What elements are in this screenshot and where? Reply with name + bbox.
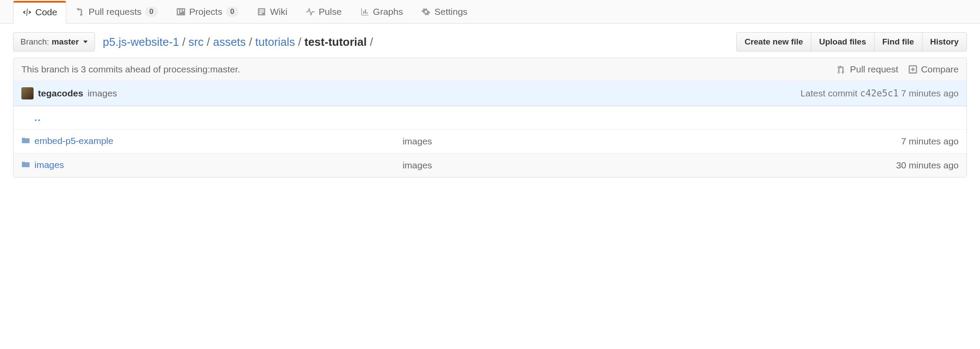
tab-counter: 0 bbox=[145, 7, 158, 17]
pull-request-link[interactable]: Pull request bbox=[837, 64, 898, 75]
file-link[interactable]: embed-p5-example bbox=[34, 136, 113, 146]
compare-link[interactable]: Compare bbox=[908, 64, 959, 75]
tab-icon bbox=[257, 7, 266, 17]
history-button[interactable]: History bbox=[922, 32, 967, 51]
file-box: This branch is 3 commits ahead of proces… bbox=[13, 58, 967, 178]
up-directory-link[interactable]: .. bbox=[34, 113, 41, 123]
table-row: imagesimages30 minutes ago bbox=[14, 153, 966, 177]
branch-name: master bbox=[51, 37, 78, 47]
file-age: 30 minutes ago bbox=[776, 153, 966, 177]
tab-icon bbox=[75, 7, 85, 17]
table-row: embed-p5-exampleimages7 minutes ago bbox=[14, 130, 966, 154]
tab-icon bbox=[176, 7, 186, 17]
chevron-down-icon bbox=[83, 41, 88, 43]
tab-settings[interactable]: Settings bbox=[412, 0, 476, 23]
commit-sha[interactable]: c42e5c1 bbox=[860, 88, 899, 99]
breadcrumb-current: test-tutorial bbox=[304, 35, 367, 48]
branch-status-text: This branch is 3 commits ahead of proces… bbox=[21, 64, 240, 75]
find-file-button[interactable]: Find file bbox=[874, 32, 922, 51]
tab-wiki[interactable]: Wiki bbox=[248, 0, 296, 23]
upload-files-button[interactable]: Upload files bbox=[811, 32, 874, 51]
tab-icon bbox=[421, 7, 431, 17]
breadcrumb-link[interactable]: tutorials bbox=[255, 35, 295, 48]
create-file-button[interactable]: Create new file bbox=[736, 32, 811, 51]
folder-icon bbox=[21, 136, 30, 147]
tab-icon bbox=[360, 7, 370, 17]
breadcrumb-link[interactable]: src bbox=[188, 35, 204, 48]
breadcrumb: p5.js-website-1 / src / assets / tutoria… bbox=[103, 35, 373, 49]
diff-icon bbox=[908, 65, 918, 74]
file-header: Branch: master p5.js-website-1 / src / a… bbox=[0, 24, 980, 58]
commit-time: 7 minutes ago bbox=[901, 88, 959, 98]
git-pull-request-icon bbox=[837, 65, 847, 74]
table-row: .. bbox=[14, 106, 966, 130]
latest-commit-label: Latest commit bbox=[800, 88, 858, 98]
tab-pull-requests[interactable]: Pull requests0 bbox=[66, 0, 167, 23]
file-list: ..embed-p5-exampleimages7 minutes agoima… bbox=[14, 106, 966, 177]
latest-commit-row: tegacodes images Latest commit c42e5c1 7… bbox=[14, 81, 966, 106]
commit-author[interactable]: tegacodes bbox=[38, 88, 83, 99]
tab-code[interactable]: Code bbox=[13, 1, 66, 24]
avatar[interactable] bbox=[21, 87, 34, 99]
branch-status-row: This branch is 3 commits ahead of proces… bbox=[14, 58, 966, 81]
tab-pulse[interactable]: Pulse bbox=[296, 0, 351, 23]
breadcrumb-link[interactable]: assets bbox=[213, 35, 246, 48]
tab-counter: 0 bbox=[226, 7, 238, 17]
branch-select-button[interactable]: Branch: master bbox=[13, 32, 95, 51]
tab-icon bbox=[22, 7, 32, 17]
file-link[interactable]: images bbox=[34, 160, 64, 170]
folder-icon bbox=[21, 160, 30, 171]
breadcrumb-link[interactable]: p5.js-website-1 bbox=[103, 35, 179, 48]
tab-icon bbox=[306, 7, 315, 17]
file-age: 7 minutes ago bbox=[776, 130, 966, 154]
file-commit-msg[interactable]: images bbox=[395, 130, 776, 154]
commit-message[interactable]: images bbox=[88, 88, 117, 99]
repo-tabnav: CodePull requests0Projects0WikiPulseGrap… bbox=[0, 0, 980, 24]
tab-projects[interactable]: Projects0 bbox=[167, 0, 248, 23]
branch-prefix: Branch: bbox=[20, 37, 49, 47]
tab-graphs[interactable]: Graphs bbox=[351, 0, 412, 23]
file-commit-msg[interactable]: images bbox=[395, 153, 776, 177]
file-action-group: Create new file Upload files Find file H… bbox=[736, 32, 967, 51]
